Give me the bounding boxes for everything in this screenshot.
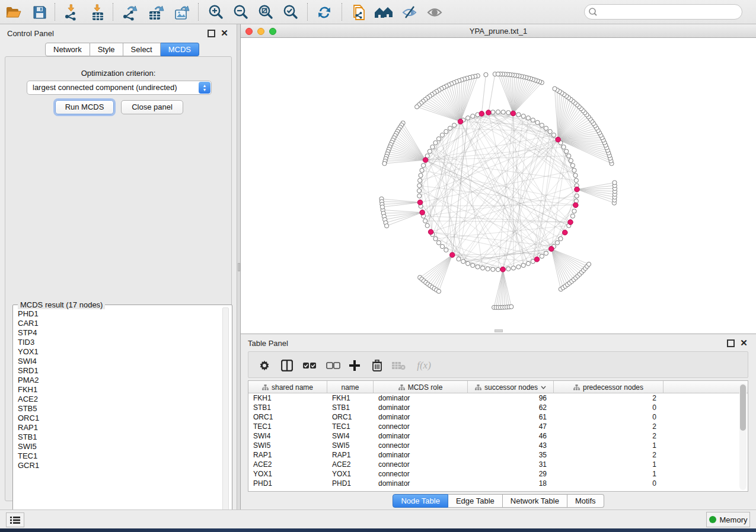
mcds-result-item[interactable]: SRD1: [18, 366, 224, 376]
cell-name: TEC1: [332, 422, 369, 431]
zoom-out-icon[interactable]: [230, 2, 250, 22]
cell-shared-name: FKH1: [253, 393, 323, 403]
tab-edge-table[interactable]: Edge Table: [448, 494, 503, 508]
close-panel-icon[interactable]: ✕: [221, 30, 228, 37]
cell-successor-nodes: 46: [473, 431, 547, 441]
table-scrollbar-thumb[interactable]: [740, 384, 746, 431]
cell-shared-name: RAP1: [253, 450, 323, 460]
float-table-panel-icon[interactable]: [727, 339, 735, 347]
network-canvas[interactable]: [241, 38, 756, 334]
export-table-icon[interactable]: [146, 2, 166, 22]
table-row[interactable]: ACE2ACE2connector311: [248, 460, 748, 469]
mcds-result-item[interactable]: PHD1: [18, 309, 224, 319]
network-window-titlebar[interactable]: YPA_prune.txt_1: [241, 24, 756, 38]
table-row[interactable]: PHD1PHD1dominator180: [248, 479, 748, 488]
attribute-tree-icon: [573, 384, 580, 390]
delete-column-trash-icon[interactable]: [368, 357, 386, 374]
cell-mcds-role: dominator: [378, 403, 463, 412]
horizontal-splitter-handle[interactable]: [495, 329, 503, 332]
mcds-result-item[interactable]: RAP1: [18, 423, 224, 432]
tab-mcds[interactable]: MCDS: [161, 43, 199, 56]
table-row[interactable]: STB1STB1dominator620: [248, 403, 748, 412]
vertical-splitter[interactable]: [237, 24, 241, 509]
float-panel-icon[interactable]: [208, 30, 215, 37]
zoom-in-icon[interactable]: [205, 2, 225, 22]
mcds-list-scrollbar[interactable]: [222, 307, 229, 522]
mcds-result-item[interactable]: ACE2: [18, 395, 224, 404]
table-scrollbar[interactable]: [739, 383, 747, 490]
mcds-result-item[interactable]: SWI4: [18, 357, 224, 366]
mcds-result-item[interactable]: STB5: [18, 404, 224, 414]
tab-style[interactable]: Style: [90, 43, 123, 56]
export-image-icon[interactable]: [172, 2, 192, 22]
column-header-name[interactable]: name: [327, 381, 374, 393]
column-header-predecessor-nodes[interactable]: predecessor nodes: [554, 381, 664, 393]
tab-select[interactable]: Select: [123, 43, 161, 56]
tab-network[interactable]: Network: [45, 43, 90, 56]
mcds-result-item[interactable]: STP4: [18, 328, 224, 338]
cell-predecessor-nodes: 0: [559, 479, 656, 488]
select-all-rows-icon[interactable]: [301, 357, 318, 374]
create-column-icon[interactable]: [346, 357, 363, 374]
save-icon[interactable]: [30, 2, 50, 22]
table-row[interactable]: SWI4SWI4dominator462: [248, 431, 748, 441]
table-settings-gear-icon[interactable]: [256, 357, 273, 374]
tab-node-table[interactable]: Node Table: [393, 494, 448, 508]
open-folder-icon[interactable]: [4, 2, 24, 22]
refresh-layout-icon[interactable]: [314, 2, 334, 22]
cell-predecessor-nodes: 1: [559, 441, 656, 450]
cell-successor-nodes: 43: [473, 441, 547, 450]
mcds-result-item[interactable]: YOX1: [18, 347, 224, 357]
criterion-select[interactable]: largest connected component (undirected)…: [27, 81, 212, 95]
table-row[interactable]: RAP1RAP1dominator352: [248, 450, 748, 460]
mcds-result-item[interactable]: STB1: [18, 432, 224, 442]
zoom-fit-icon[interactable]: [255, 2, 275, 22]
mcds-result-item[interactable]: CAR1: [18, 319, 224, 328]
hide-visual-props-icon[interactable]: [400, 2, 420, 22]
cell-shared-name: STB1: [253, 403, 323, 412]
mcds-result-item[interactable]: TEC1: [18, 451, 224, 461]
show-columns-icon[interactable]: [278, 357, 296, 374]
table-row[interactable]: TEC1TEC1connector472: [248, 422, 748, 431]
cell-name: PHD1: [332, 479, 369, 488]
table-row[interactable]: YOX1YOX1connector291: [248, 469, 748, 479]
criterion-value: largest connected component (undirected): [33, 83, 177, 92]
mcds-result-item[interactable]: FKH1: [18, 385, 224, 395]
column-header-shared-name[interactable]: shared name: [248, 381, 327, 393]
tab-network-table[interactable]: Network Table: [503, 494, 567, 508]
mcds-result-item[interactable]: TID3: [18, 338, 224, 347]
close-panel-button[interactable]: Close panel: [121, 100, 183, 114]
show-visual-props-icon[interactable]: [425, 2, 445, 22]
splitter-handle[interactable]: [238, 263, 240, 271]
mcds-result-item[interactable]: PMA2: [18, 376, 224, 385]
deselect-all-rows-icon[interactable]: [324, 357, 342, 374]
home-networks-icon[interactable]: [374, 2, 394, 22]
mcds-result-item[interactable]: SWI5: [18, 442, 224, 451]
column-header-successor-nodes[interactable]: successor nodes: [468, 381, 554, 393]
show-panels-list-button[interactable]: [6, 512, 24, 527]
table-row[interactable]: ORC1ORC1dominator610: [248, 412, 748, 422]
tab-motifs[interactable]: Motifs: [567, 494, 604, 508]
node-table[interactable]: shared namenameMCDS rolesuccessor nodesp…: [248, 380, 748, 492]
memory-button[interactable]: Memory: [706, 512, 750, 527]
run-mcds-button[interactable]: Run MCDS: [55, 100, 114, 114]
control-panel: Control Panel ✕ Network Style Select MCD…: [0, 24, 237, 509]
cell-shared-name: ACE2: [253, 460, 323, 469]
import-network-icon[interactable]: [62, 2, 82, 22]
attribute-tree-icon: [475, 384, 481, 390]
search-box[interactable]: [584, 4, 742, 20]
table-row[interactable]: FKH1FKH1dominator962: [248, 393, 748, 403]
import-table-icon[interactable]: [88, 2, 108, 22]
export-network-icon[interactable]: [120, 2, 140, 22]
application-window: Control Panel ✕ Network Style Select MCD…: [0, 0, 756, 528]
mcds-result-item[interactable]: GCR1: [18, 461, 224, 470]
mcds-result-list[interactable]: PHD1CAR1STP4TID3YOX1SWI4SRD1PMA2FKH1ACE2…: [14, 307, 224, 523]
zoom-selected-icon[interactable]: [280, 2, 300, 22]
mcds-result-item[interactable]: ORC1: [18, 414, 224, 423]
table-row[interactable]: SWI5SWI5connector431: [248, 441, 748, 450]
column-header-MCDS-role[interactable]: MCDS role: [374, 381, 468, 393]
search-input[interactable]: [600, 8, 742, 17]
cell-predecessor-nodes: 0: [559, 412, 656, 422]
share-document-icon[interactable]: [349, 2, 369, 22]
close-table-panel-icon[interactable]: ✕: [740, 339, 748, 347]
